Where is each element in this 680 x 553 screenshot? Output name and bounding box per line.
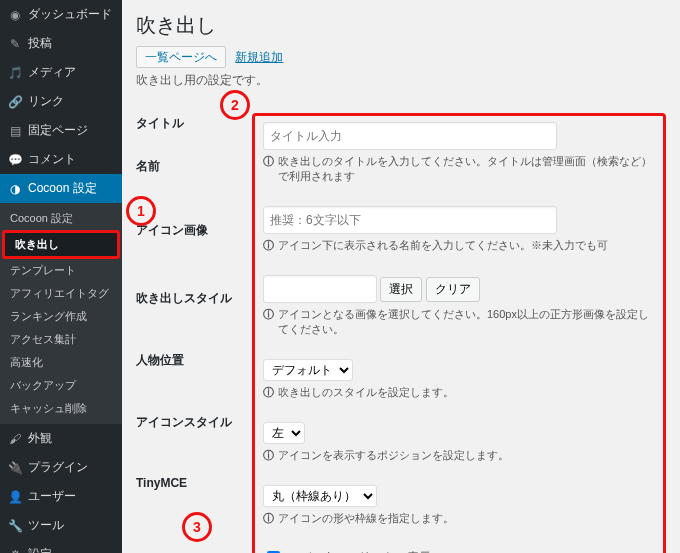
- sidebar-label: 設定: [28, 546, 52, 553]
- tool-icon: 🔧: [8, 519, 22, 533]
- icon-image-help: ⓘアイコンとなる画像を選択してください。160px以上の正方形画像を設定してくだ…: [263, 307, 655, 337]
- sidebar-item-tools[interactable]: 🔧ツール: [0, 511, 122, 540]
- info-icon: ⓘ: [263, 448, 274, 463]
- sidebar-sub-balloon[interactable]: 吹き出し: [5, 233, 117, 256]
- sidebar-label: Cocoon 設定: [28, 180, 97, 197]
- sidebar-label: 外観: [28, 430, 52, 447]
- sidebar-item-media[interactable]: 🎵メディア: [0, 58, 122, 87]
- position-select[interactable]: 左: [263, 422, 305, 444]
- sidebar-item-cocoon[interactable]: ◑Cocoon 設定: [0, 174, 122, 203]
- sidebar-label: プラグイン: [28, 459, 88, 476]
- balloon-style-select[interactable]: デフォルト: [263, 359, 353, 381]
- sidebar-sub-template[interactable]: テンプレート: [0, 259, 122, 282]
- info-icon: ⓘ: [263, 238, 274, 253]
- link-icon: 🔗: [8, 95, 22, 109]
- sidebar-sub-backup[interactable]: バックアップ: [0, 374, 122, 397]
- icon-style-select[interactable]: 丸（枠線あり）: [263, 485, 377, 507]
- link-list-page[interactable]: 一覧ページへ: [136, 46, 226, 68]
- top-links: 一覧ページへ 新規追加: [136, 49, 666, 66]
- label-icon-style: アイコンスタイル: [136, 414, 232, 431]
- sidebar-submenu-cocoon: Cocoon 設定 吹き出し テンプレート アフィリエイトタグ ランキング作成 …: [0, 203, 122, 424]
- brush-icon: 🖌: [8, 432, 22, 446]
- info-icon: ⓘ: [263, 154, 274, 169]
- sidebar-label: リンク: [28, 93, 64, 110]
- label-name: 名前: [136, 158, 160, 175]
- name-input[interactable]: [263, 206, 557, 234]
- sidebar-item-settings[interactable]: ⚙設定: [0, 540, 122, 553]
- sidebar-sub-cocoon-settings[interactable]: Cocoon 設定: [0, 207, 122, 230]
- gear-icon: ⚙: [8, 548, 22, 554]
- sidebar-label: メディア: [28, 64, 76, 81]
- sidebar-item-users[interactable]: 👤ユーザー: [0, 482, 122, 511]
- page-description: 吹き出し用の設定です。: [136, 72, 666, 89]
- main-content: 吹き出し 一覧ページへ 新規追加 吹き出し用の設定です。 タイトル ⓘ吹き出しの…: [122, 0, 680, 553]
- annotation-highlight-1: 吹き出し: [2, 230, 120, 259]
- sidebar-label: ダッシュボード: [28, 6, 112, 23]
- info-icon: ⓘ: [263, 385, 274, 400]
- sidebar-label: ユーザー: [28, 488, 76, 505]
- page-title: 吹き出し: [136, 12, 666, 39]
- title-help: ⓘ吹き出しのタイトルを入力してください。タイトルは管理画面（検索など）で利用され…: [263, 154, 655, 184]
- title-input[interactable]: [263, 122, 557, 150]
- page-icon: ▤: [8, 124, 22, 138]
- position-help: ⓘアイコンを表示するポジションを設定します。: [263, 448, 655, 463]
- icon-image-input[interactable]: [263, 275, 377, 303]
- sidebar-label: コメント: [28, 151, 76, 168]
- label-balloon-style: 吹き出しスタイル: [136, 290, 232, 307]
- sidebar-item-comments[interactable]: 💬コメント: [0, 145, 122, 174]
- sidebar-sub-access[interactable]: アクセス集計: [0, 328, 122, 351]
- balloon-style-help: ⓘ吹き出しのスタイルを設定します。: [263, 385, 655, 400]
- plug-icon: 🔌: [8, 461, 22, 475]
- info-icon: ⓘ: [263, 511, 274, 526]
- annotation-box-2: ⓘ吹き出しのタイトルを入力してください。タイトルは管理画面（検索など）で利用され…: [252, 113, 666, 553]
- info-icon: ⓘ: [263, 307, 274, 322]
- select-button[interactable]: 選択: [380, 277, 422, 302]
- label-icon-image: アイコン画像: [136, 222, 208, 239]
- cocoon-icon: ◑: [8, 182, 22, 196]
- sidebar-item-links[interactable]: 🔗リンク: [0, 87, 122, 116]
- sidebar-item-pages[interactable]: ▤固定ページ: [0, 116, 122, 145]
- tinymce-checkbox-row[interactable]: エディターのリストに表示: [263, 548, 655, 553]
- sidebar-item-appearance[interactable]: 🖌外観: [0, 424, 122, 453]
- sidebar-item-posts[interactable]: ✎投稿: [0, 29, 122, 58]
- sidebar-sub-affiliate[interactable]: アフィリエイトタグ: [0, 282, 122, 305]
- sidebar-item-plugins[interactable]: 🔌プラグイン: [0, 453, 122, 482]
- sidebar-sub-ranking[interactable]: ランキング作成: [0, 305, 122, 328]
- sidebar-sub-speed[interactable]: 高速化: [0, 351, 122, 374]
- dashboard-icon: ◉: [8, 8, 22, 22]
- user-icon: 👤: [8, 490, 22, 504]
- sidebar-sub-cache[interactable]: キャッシュ削除: [0, 397, 122, 420]
- comment-icon: 💬: [8, 153, 22, 167]
- label-tinymce: TinyMCE: [136, 476, 187, 490]
- sidebar-label: 投稿: [28, 35, 52, 52]
- icon-style-help: ⓘアイコンの形や枠線を指定します。: [263, 511, 655, 526]
- link-add-new[interactable]: 新規追加: [235, 47, 283, 67]
- clear-button[interactable]: クリア: [426, 277, 480, 302]
- sidebar-label: 固定ページ: [28, 122, 88, 139]
- sidebar-item-dashboard[interactable]: ◉ダッシュボード: [0, 0, 122, 29]
- name-help: ⓘアイコン下に表示される名前を入力してください。※未入力でも可: [263, 238, 655, 253]
- settings-form: タイトル ⓘ吹き出しのタイトルを入力してください。タイトルは管理画面（検索など）…: [136, 103, 666, 553]
- media-icon: 🎵: [8, 66, 22, 80]
- admin-sidebar: ◉ダッシュボード ✎投稿 🎵メディア 🔗リンク ▤固定ページ 💬コメント ◑Co…: [0, 0, 122, 553]
- sidebar-label: ツール: [28, 517, 64, 534]
- pin-icon: ✎: [8, 37, 22, 51]
- label-position: 人物位置: [136, 352, 184, 369]
